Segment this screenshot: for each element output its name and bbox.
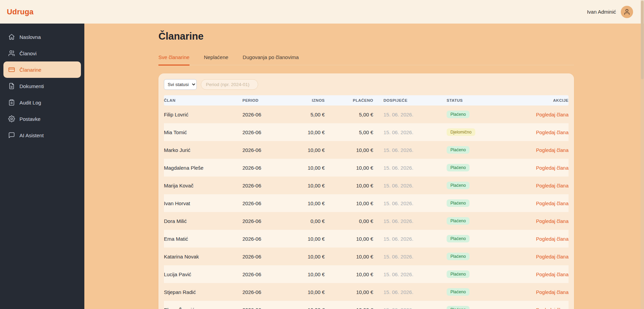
member-cell: Marija Kovač [164, 177, 242, 194]
paid-cell: 10,00 € [325, 248, 373, 265]
amount-cell: 10,00 € [283, 159, 325, 177]
due-date-cell: 15. 06. 2026. [373, 177, 447, 194]
status-cell: Plaćeno [447, 212, 515, 230]
sidebar-item-label: Naslovna [19, 34, 41, 40]
sidebar-item-dokumenti[interactable]: Dokumenti [3, 78, 81, 94]
member-cell: Katarina Novak [164, 248, 242, 265]
column-header-dospijece: DOSPIJEĆE [373, 95, 447, 106]
period-cell: 2026-06 [242, 194, 283, 212]
paid-cell: 0,00 € [325, 212, 373, 230]
status-cell: Plaćeno [447, 230, 515, 248]
sidebar-nav: NaslovnaČlanoviČlanarineDokumentiAudit L… [0, 29, 84, 143]
table-row: Lucija Pavić2026-0610,00 €10,00 €15. 06.… [164, 265, 569, 283]
member-cell: Magdalena Pleše [164, 159, 242, 177]
period-cell: 2026-06 [242, 123, 283, 141]
sidebar-item-clanarine[interactable]: Članarine [3, 61, 81, 78]
content-column: Sve članarineNeplaćeneDugovanja po člano… [158, 54, 574, 309]
audit-icon [8, 99, 15, 106]
view-member-link[interactable]: Pogledaj člana [536, 272, 569, 277]
actions-cell: Pogledaj člana [515, 248, 569, 265]
view-member-link[interactable]: Pogledaj člana [536, 130, 569, 135]
paid-cell: 5,00 € [325, 123, 373, 141]
actions-cell: Pogledaj člana [515, 212, 569, 230]
amount-cell: 10,00 € [283, 248, 325, 265]
memberships-table: ČLANPERIODIZNOSPLAĆENODOSPIJEĆESTATUSAKC… [164, 95, 569, 309]
view-member-link[interactable]: Pogledaj člana [536, 201, 569, 206]
document-icon [8, 83, 15, 89]
table-row: Katarina Novak2026-0610,00 €10,00 €15. 0… [164, 248, 569, 265]
period-cell: 2026-06 [242, 230, 283, 248]
filters-row: Svi statusi [164, 79, 569, 90]
user-avatar[interactable] [621, 6, 633, 18]
view-member-link[interactable]: Pogledaj člana [536, 307, 569, 309]
sidebar-item-ai-asistent[interactable]: AI Asistent [3, 127, 81, 143]
sidebar-item-naslovna[interactable]: Naslovna [3, 29, 81, 45]
status-cell: Plaćeno [447, 159, 515, 177]
status-badge: Plaćeno [447, 253, 470, 260]
sidebar-item-label: AI Asistent [19, 132, 44, 138]
period-cell: 2026-06 [242, 301, 283, 309]
scrollbar-thumb[interactable] [641, 1, 644, 79]
period-filter-input[interactable] [201, 79, 258, 90]
status-badge: Plaćeno [447, 306, 470, 309]
view-member-link[interactable]: Pogledaj člana [536, 236, 569, 242]
status-cell: Plaćeno [447, 141, 515, 159]
view-member-link[interactable]: Pogledaj člana [536, 183, 569, 188]
page-scrollbar[interactable] [641, 0, 644, 309]
view-member-link[interactable]: Pogledaj člana [536, 219, 569, 224]
tab-dugovanja-po-clanovima[interactable]: Dugovanja po članovima [243, 54, 299, 66]
period-cell: 2026-06 [242, 106, 283, 123]
amount-cell: 10,00 € [283, 265, 325, 283]
page-title: Članarine [158, 31, 644, 42]
sidebar-item-audit-log[interactable]: Audit Log [3, 94, 81, 111]
amount-cell: 10,00 € [283, 194, 325, 212]
period-cell: 2026-06 [242, 283, 283, 301]
tab-neplacene[interactable]: Neplaćene [204, 54, 228, 66]
user-name: Ivan Adminić [587, 9, 616, 15]
topbar-user-area: Ivan Adminić [587, 6, 633, 18]
sidebar-item-postavke[interactable]: Postavke [3, 111, 81, 127]
sidebar: NaslovnaČlanoviČlanarineDokumentiAudit L… [0, 24, 84, 309]
view-member-link[interactable]: Pogledaj člana [536, 290, 569, 295]
due-date-cell: 15. 06. 2026. [373, 230, 447, 248]
actions-cell: Pogledaj člana [515, 265, 569, 283]
view-member-link[interactable]: Pogledaj člana [536, 148, 569, 153]
table-header: ČLANPERIODIZNOSPLAĆENODOSPIJEĆESTATUSAKC… [164, 95, 569, 106]
amount-cell: 10,00 € [283, 141, 325, 159]
status-filter-select[interactable]: Svi statusi [164, 79, 197, 90]
column-header-period: PERIOD [242, 95, 283, 106]
actions-cell: Pogledaj člana [515, 283, 569, 301]
table-row: Ivan Horvat2026-0610,00 €10,00 €15. 06. … [164, 194, 569, 212]
person-icon [624, 9, 630, 15]
card-icon [8, 66, 15, 73]
view-member-link[interactable]: Pogledaj člana [536, 165, 569, 171]
amount-cell: 10,00 € [283, 177, 325, 194]
actions-cell: Pogledaj člana [515, 159, 569, 177]
actions-cell: Pogledaj člana [515, 301, 569, 309]
paid-cell: 10,00 € [325, 283, 373, 301]
paid-cell: 10,00 € [325, 301, 373, 309]
member-cell: Elena Čengić [164, 301, 242, 309]
column-header-placeno: PLAĆENO [325, 95, 373, 106]
memberships-panel: Svi statusi ČLANPERIODIZNOSPLAĆENODOSPIJ… [158, 73, 574, 309]
actions-cell: Pogledaj člana [515, 141, 569, 159]
status-badge: Plaćeno [447, 235, 470, 242]
view-member-link[interactable]: Pogledaj člana [536, 112, 569, 117]
tab-sve-clanarine[interactable]: Sve članarine [158, 54, 190, 66]
due-date-cell: 15. 06. 2026. [373, 106, 447, 123]
status-cell: Djelomično [447, 123, 515, 141]
status-cell: Plaćeno [447, 248, 515, 265]
due-date-cell: 15. 06. 2026. [373, 283, 447, 301]
table-row: Dora Milić2026-060,00 €0,00 €15. 06. 202… [164, 212, 569, 230]
view-member-link[interactable]: Pogledaj člana [536, 254, 569, 259]
sidebar-item-clanovi[interactable]: Članovi [3, 45, 81, 61]
app-root: Udruga Ivan Adminić NaslovnaČlanoviČlana… [0, 0, 644, 309]
status-badge: Djelomično [447, 128, 475, 136]
paid-cell: 10,00 € [325, 194, 373, 212]
period-cell: 2026-06 [242, 159, 283, 177]
due-date-cell: 15. 06. 2026. [373, 212, 447, 230]
actions-cell: Pogledaj člana [515, 194, 569, 212]
paid-cell: 10,00 € [325, 230, 373, 248]
table-row: Magdalena Pleše2026-0610,00 €10,00 €15. … [164, 159, 569, 177]
table-row: Elena Čengić2026-0610,00 €10,00 €15. 06.… [164, 301, 569, 309]
